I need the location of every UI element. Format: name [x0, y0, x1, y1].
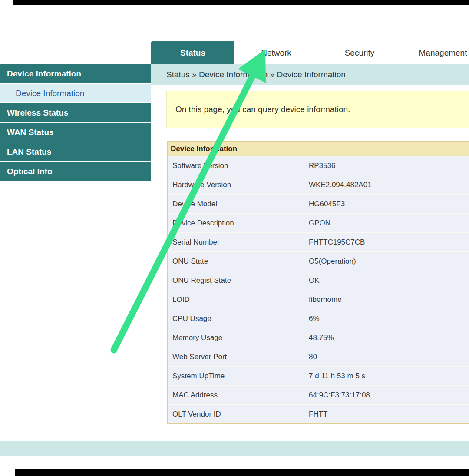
row-label: Memory Usage [168, 328, 302, 347]
tab-bar: StatusNetworkSecurityManagement [151, 41, 469, 64]
breadcrumb: Status » Device Information » Device Inf… [151, 70, 346, 79]
device-info-table: Device Information Software VersionRP353… [167, 141, 469, 424]
row-value: GPON [302, 214, 469, 232]
table-row: Memory Usage48.75% [168, 328, 469, 347]
table-row: Device ModelHG6045F3 [168, 194, 469, 213]
device-table-body: Software VersionRP3536Hardware VersionWK… [168, 156, 469, 423]
row-label: CPU Usage [168, 309, 302, 328]
tab-security[interactable]: Security [318, 41, 401, 64]
row-value: fiberhome [302, 290, 469, 309]
table-row: Hardware VersionWKE2.094.482A01 [168, 175, 469, 194]
row-value: 48.75% [302, 328, 469, 347]
row-label: Device Model [168, 195, 302, 213]
sidebar-item-device-information[interactable]: Device Information [0, 64, 151, 84]
row-value: O5(Operation) [302, 252, 469, 271]
table-row: ONU StateO5(Operation) [168, 251, 469, 271]
row-label: Hardware Version [168, 175, 302, 194]
sidebar-item-wireless-status[interactable]: Wireless Status [0, 103, 151, 123]
row-value: 80 [302, 347, 469, 366]
table-row: OLT Vendor IDFHTT [168, 404, 469, 423]
row-value: RP3536 [302, 156, 469, 175]
bottom-teal-bar [0, 441, 469, 456]
row-label: LOID [168, 290, 302, 309]
row-label: ONU Regist State [168, 271, 302, 290]
sidebar-item-wan-status[interactable]: WAN Status [0, 123, 151, 142]
row-value: 7 d 11 h 53 m 5 s [302, 367, 469, 385]
breadcrumb-bar: Status » Device Information » Device Inf… [151, 64, 469, 85]
table-row: Device DescriptionGPON [168, 213, 469, 232]
row-label: Web Server Port [168, 347, 302, 366]
table-row: CPU Usage6% [168, 309, 469, 328]
row-value: FHTTC195C7CB [302, 233, 469, 251]
tab-network[interactable]: Network [234, 41, 318, 64]
row-value: HG6045F3 [302, 195, 469, 213]
table-row: ONU Regist StateOK [168, 271, 469, 290]
row-label: System UpTime [168, 367, 302, 385]
top-black-bar [13, 0, 469, 5]
table-row: Serial NumberFHTTC195C7CB [168, 232, 469, 251]
row-label: OLT Vendor ID [168, 405, 302, 423]
row-value: OK [302, 271, 469, 290]
table-row: System UpTime7 d 11 h 53 m 5 s [168, 366, 469, 385]
table-row: Software VersionRP3536 [168, 156, 469, 175]
tab-management[interactable]: Management [401, 41, 469, 64]
info-note-text: On this page, you can query device infor… [167, 105, 350, 114]
row-value: FHTT [302, 405, 469, 423]
sidebar: Device InformationDevice InformationWire… [0, 64, 151, 182]
row-label: Device Description [168, 214, 302, 232]
row-value: WKE2.094.482A01 [302, 175, 469, 194]
table-title: Device Information [168, 142, 469, 156]
sidebar-item-device-information-selected[interactable]: Device Information [0, 84, 151, 103]
info-note-box: On this page, you can query device infor… [166, 91, 469, 128]
sidebar-item-lan-status[interactable]: LAN Status [0, 142, 151, 162]
row-label: Serial Number [168, 233, 302, 251]
bottom-black-bar [15, 469, 469, 476]
sidebar-item-optical-info[interactable]: Optical Info [0, 162, 151, 182]
row-label: Software Version [168, 156, 302, 175]
tab-status[interactable]: Status [151, 41, 234, 64]
row-value: 6% [302, 309, 469, 328]
table-row: LOIDfiberhome [168, 290, 469, 309]
table-row: MAC Address64:9C:F3:73:17:08 [168, 385, 469, 404]
row-label: ONU State [168, 252, 302, 271]
row-value: 64:9C:F3:73:17:08 [302, 386, 469, 404]
table-row: Web Server Port80 [168, 347, 469, 366]
row-label: MAC Address [168, 386, 302, 404]
